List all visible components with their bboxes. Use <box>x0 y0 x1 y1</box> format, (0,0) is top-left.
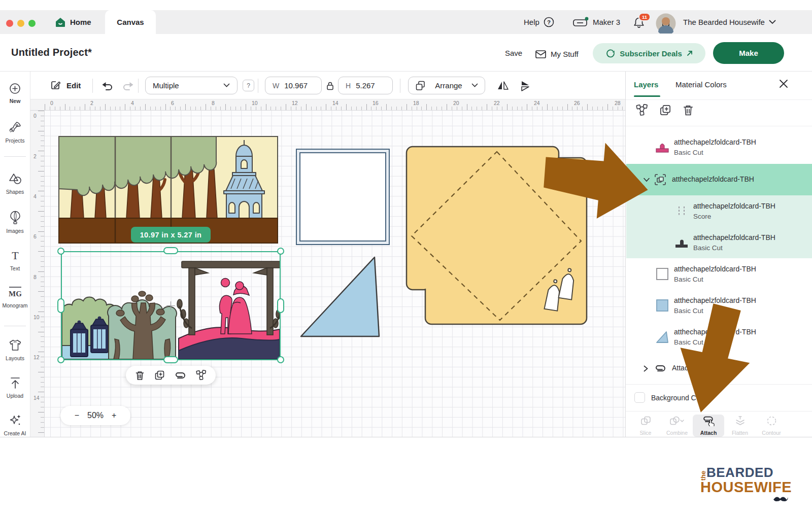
machine-selector[interactable]: Maker 3 <box>572 10 620 34</box>
selection-handle-middle-right[interactable] <box>277 298 284 313</box>
ruler-label: 28 <box>615 100 621 106</box>
delete-layer-icon[interactable] <box>683 104 694 116</box>
subscriber-deals-label: Subscriber Deals <box>620 49 682 58</box>
duplicate-icon[interactable] <box>154 370 165 381</box>
sidebar-item-layouts[interactable]: Layouts <box>0 339 30 361</box>
layouts-icon <box>9 339 22 352</box>
flip-vertical-button[interactable] <box>519 80 532 91</box>
selection-handle-top-middle[interactable] <box>163 247 178 254</box>
ruler-label: 20 <box>453 100 459 106</box>
my-stuff-button[interactable]: My Stuff <box>535 49 579 59</box>
ruler-label: 4 <box>131 100 134 106</box>
sidebar-item-monogram[interactable]: MG Monogram <box>0 286 30 308</box>
delete-icon[interactable] <box>135 370 145 381</box>
sidebar-item-upload[interactable]: Upload <box>0 376 30 399</box>
sidebar-item-create-ai[interactable]: Create AI <box>0 414 30 436</box>
help-menu[interactable]: Help ? <box>524 10 554 34</box>
toolbar-divider <box>400 79 400 93</box>
layer-name: atthechapelzfoldcard-TBH <box>674 264 756 275</box>
size-tooltip-text: 10.97 in x 5.27 in <box>140 231 202 239</box>
selection-type-value: Multiple <box>153 81 179 90</box>
arrange-dropdown[interactable]: Arrange <box>408 77 485 94</box>
sidebar-divider <box>4 326 26 326</box>
sidebar-item-projects[interactable]: Projects <box>0 121 30 144</box>
zoom-out-button[interactable]: − <box>75 411 79 420</box>
selection-handle-bottom-left[interactable] <box>57 356 64 363</box>
help-tip-label: ? <box>247 82 250 89</box>
notifications-button[interactable]: 11 <box>632 16 646 31</box>
tab-material-colors[interactable]: Material Colors <box>675 80 727 89</box>
sidebar-item-new[interactable]: New <box>0 83 30 104</box>
selection-handle-top-left[interactable] <box>57 248 64 255</box>
zoom-in-button[interactable]: + <box>112 411 116 420</box>
width-field[interactable]: W 10.967 <box>265 77 322 94</box>
project-title[interactable]: Untitled Project* <box>11 47 92 58</box>
layer-row[interactable]: atthechapelzfoldcard-TBH Basic Cut <box>626 258 812 290</box>
attach-icon[interactable] <box>174 371 186 380</box>
selection-handle-middle-left[interactable] <box>57 298 64 313</box>
card-base-shape[interactable] <box>296 149 390 245</box>
layer-name: atthechapelzfoldcard-TBH <box>672 174 754 185</box>
minimize-window-button[interactable] <box>17 20 24 27</box>
account-menu[interactable]: The Bearded Housewife <box>683 10 776 34</box>
sidebar-item-images[interactable]: Images <box>0 211 30 234</box>
help-tip-button[interactable]: ? <box>243 80 254 91</box>
ruler-label: 14 <box>332 100 339 106</box>
close-window-button[interactable] <box>6 20 13 27</box>
ruler-corner <box>30 99 45 111</box>
chevron-right-icon[interactable] <box>644 365 648 372</box>
slice-button[interactable]: Slice <box>630 416 661 436</box>
triangle-shape[interactable] <box>299 255 383 339</box>
ruler-label: 6 <box>33 233 37 239</box>
flip-horizontal-button[interactable] <box>496 80 510 91</box>
account-avatar[interactable] <box>656 13 676 36</box>
home-tab[interactable]: Home <box>55 10 91 34</box>
zoom-level: 50% <box>87 411 104 420</box>
ruler-label: 12 <box>33 354 40 360</box>
ruler-label: 0 <box>33 113 37 119</box>
window-bottom-edge <box>0 437 812 437</box>
edit-button[interactable]: Edit <box>50 79 81 91</box>
sidebar-label-images: Images <box>0 228 30 234</box>
save-button[interactable]: Save <box>505 49 522 57</box>
sidebar-item-text[interactable]: T Text <box>0 250 30 271</box>
lock-aspect-icon[interactable] <box>326 81 334 90</box>
ungroup-icon[interactable] <box>196 370 207 381</box>
layer-name: atthechapelzfoldcard-TBH <box>674 137 756 148</box>
cricut-design-space-window: Home Canvas Help ? Maker 3 11 <box>0 0 812 516</box>
contour-label: Contour <box>756 430 787 436</box>
close-panel-icon[interactable] <box>779 79 788 88</box>
chevron-down-icon <box>769 20 776 24</box>
ruler-label: 2 <box>90 100 93 106</box>
sidebar-item-shapes[interactable]: Shapes <box>0 173 30 195</box>
group-layers-icon[interactable] <box>636 104 648 116</box>
chevron-down-icon <box>223 83 230 88</box>
make-button[interactable]: Make <box>713 42 784 64</box>
redo-button[interactable] <box>122 81 134 91</box>
card-base-inner <box>299 152 386 242</box>
watermark-logo: the BEARDED HOUSEWIFE <box>699 461 801 506</box>
selection-handle-bottom-middle[interactable] <box>163 356 178 363</box>
width-field-value: 10.967 <box>284 81 308 90</box>
create-ai-icon <box>9 414 22 427</box>
undo-button[interactable] <box>101 81 114 91</box>
selection-type-dropdown[interactable]: Multiple <box>145 77 238 94</box>
edit-label: Edit <box>66 81 81 90</box>
selection-handle-top-right[interactable] <box>277 248 284 255</box>
slice-label: Slice <box>630 430 661 436</box>
tab-layers[interactable]: Layers <box>634 80 658 89</box>
selection-handle-bottom-right[interactable] <box>277 356 284 363</box>
home-tab-label: Home <box>70 18 91 26</box>
ruler-label: 10 <box>33 314 40 320</box>
ruler-major-ticks <box>38 111 44 437</box>
background-color-swatch[interactable] <box>634 392 645 403</box>
duplicate-layer-icon[interactable] <box>659 104 671 116</box>
annotation-arrow-to-attach-button <box>662 303 769 423</box>
canvas-tab[interactable]: Canvas <box>105 10 156 34</box>
my-stuff-icon <box>535 49 547 59</box>
toolbar-divider <box>92 79 93 93</box>
ruler-label: 8 <box>212 100 215 106</box>
height-field[interactable]: H 5.267 <box>338 77 393 94</box>
maximize-window-button[interactable] <box>28 20 36 27</box>
subscriber-deals-button[interactable]: Subscriber Deals <box>593 43 705 63</box>
